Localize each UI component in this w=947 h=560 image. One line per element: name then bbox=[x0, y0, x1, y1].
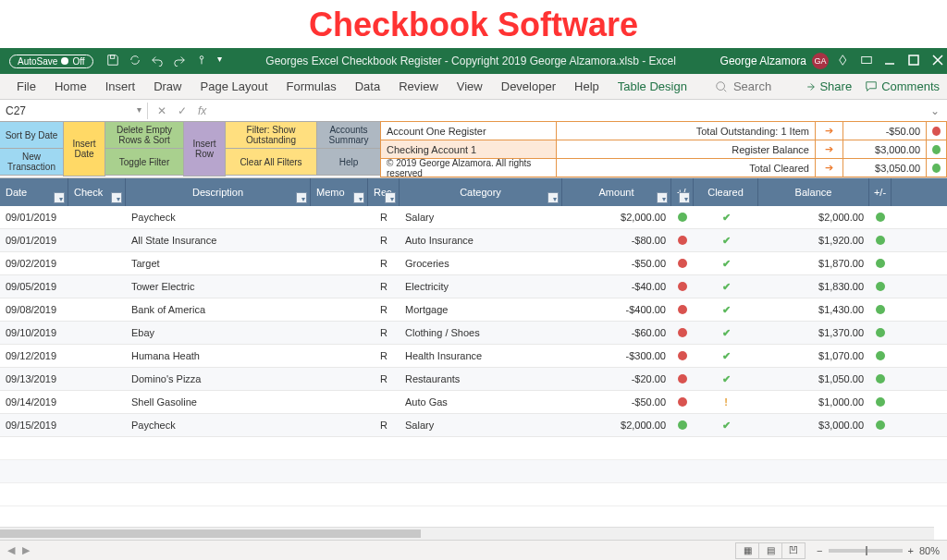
pagebreak-view-icon[interactable]: 凹 bbox=[781, 542, 806, 559]
tab-page-layout[interactable]: Page Layout bbox=[191, 74, 277, 99]
name-box[interactable]: C27 bbox=[0, 103, 148, 119]
cell-check[interactable] bbox=[68, 275, 126, 298]
tab-table-design[interactable]: Table Design bbox=[609, 74, 696, 99]
cell-cat[interactable]: Auto Insurance bbox=[400, 229, 562, 251]
cell-balance[interactable]: $1,830.00 bbox=[758, 275, 869, 298]
cell-balance[interactable]: $3,000.00 bbox=[758, 414, 869, 436]
zoom-out-icon[interactable]: − bbox=[817, 545, 822, 556]
cell-rec[interactable] bbox=[368, 391, 400, 413]
cell-date[interactable]: 09/10/2019 bbox=[0, 322, 68, 344]
delete-empty-rows-button[interactable]: Delete Empty Rows & Sort bbox=[105, 121, 184, 149]
zoom-slider[interactable] bbox=[829, 549, 903, 553]
table-row[interactable]: 09/05/2019Tower ElectricRElectricity-$40… bbox=[0, 275, 947, 298]
cell-dot2[interactable] bbox=[869, 275, 892, 298]
cell-cat[interactable]: Groceries bbox=[400, 252, 562, 274]
cell-desc[interactable]: Ebay bbox=[126, 322, 311, 344]
cell-amount[interactable]: -$300.00 bbox=[562, 345, 671, 367]
cell-dot2[interactable] bbox=[869, 298, 892, 321]
cell-dot[interactable] bbox=[671, 368, 694, 390]
tab-home[interactable]: Home bbox=[45, 74, 96, 99]
insert-row-button[interactable]: Insert Row bbox=[183, 121, 226, 177]
filter-outstanding-button[interactable]: Filter: Show Outstanding bbox=[225, 121, 317, 149]
touch-mode-icon[interactable] bbox=[195, 54, 208, 69]
cell-dot2[interactable] bbox=[869, 229, 892, 251]
sheet-nav-prev-icon[interactable]: ◀ bbox=[7, 544, 15, 556]
cell-dot[interactable] bbox=[671, 206, 694, 228]
cell-amount[interactable]: $2,000.00 bbox=[562, 414, 671, 436]
cell-memo[interactable] bbox=[311, 252, 368, 274]
minimize-icon[interactable] bbox=[884, 55, 895, 68]
cancel-formula-icon[interactable]: ✕ bbox=[157, 104, 166, 117]
cell-check[interactable] bbox=[68, 206, 126, 228]
cell-desc[interactable]: Domino's Pizza bbox=[126, 368, 311, 390]
cell-check[interactable] bbox=[68, 368, 126, 390]
cell-cat[interactable]: Electricity bbox=[400, 275, 562, 298]
cell-cleared[interactable]: ✔ bbox=[694, 368, 758, 390]
clear-filters-button[interactable]: Clear All Filters bbox=[225, 148, 317, 176]
cell-cleared[interactable]: ✔ bbox=[694, 345, 758, 367]
share-button[interactable]: Share bbox=[803, 79, 852, 93]
cell-date[interactable]: 09/12/2019 bbox=[0, 345, 68, 367]
cell-cat[interactable]: Health Insurance bbox=[400, 345, 562, 367]
cell-dot[interactable] bbox=[671, 391, 694, 413]
cell-memo[interactable] bbox=[311, 322, 368, 344]
cell-check[interactable] bbox=[68, 252, 126, 274]
tab-formulas[interactable]: Formulas bbox=[277, 74, 346, 99]
cell-amount[interactable]: -$50.00 bbox=[562, 252, 671, 274]
formula-input[interactable] bbox=[215, 109, 923, 113]
cell-cleared[interactable]: ✔ bbox=[694, 275, 758, 298]
table-row[interactable]: 09/10/2019EbayRClothing / Shoes-$60.00✔$… bbox=[0, 322, 947, 345]
ribbon-mode-icon[interactable] bbox=[838, 54, 851, 69]
autosave-toggle[interactable]: AutoSave Off bbox=[9, 55, 93, 68]
comments-button[interactable]: Comments bbox=[865, 79, 940, 93]
toggle-filter-button[interactable]: Toggle Filter bbox=[105, 148, 184, 176]
cell-amount[interactable]: -$40.00 bbox=[562, 275, 671, 298]
cell-memo[interactable] bbox=[311, 206, 368, 228]
cell-cat[interactable]: Restaurants bbox=[400, 368, 562, 390]
sheet-nav-next-icon[interactable]: ▶ bbox=[22, 544, 30, 556]
autosave-sync-icon[interactable] bbox=[129, 54, 141, 69]
cell-desc[interactable]: Bank of America bbox=[126, 298, 311, 321]
table-row[interactable]: 09/08/2019Bank of AmericaRMortgage-$400.… bbox=[0, 298, 947, 322]
cell-cat[interactable]: Salary bbox=[400, 414, 562, 436]
cell-dot2[interactable] bbox=[869, 252, 892, 274]
cell-check[interactable] bbox=[68, 322, 126, 344]
cell-memo[interactable] bbox=[311, 298, 368, 321]
zoom-in-icon[interactable]: + bbox=[908, 545, 914, 556]
account-name-cell[interactable]: Checking Account 1 bbox=[380, 140, 557, 159]
cell-desc[interactable]: Paycheck bbox=[126, 414, 311, 436]
accounts-summary-button[interactable]: Accounts Summary bbox=[316, 121, 381, 149]
tab-data[interactable]: Data bbox=[346, 74, 389, 99]
cell-rec[interactable]: R bbox=[368, 298, 400, 321]
cell-memo[interactable] bbox=[311, 229, 368, 251]
cell-dot[interactable] bbox=[671, 345, 694, 367]
cell-desc[interactable]: Target bbox=[126, 252, 311, 274]
cell-date[interactable]: 09/02/2019 bbox=[0, 252, 68, 274]
cell-amount[interactable]: -$50.00 bbox=[562, 391, 671, 413]
cell-dot2[interactable] bbox=[869, 206, 892, 228]
cell-date[interactable]: 09/01/2019 bbox=[0, 229, 68, 251]
cell-check[interactable] bbox=[68, 391, 126, 413]
pagelayout-view-icon[interactable]: ▤ bbox=[758, 542, 782, 559]
tab-view[interactable]: View bbox=[448, 74, 492, 99]
cell-cleared[interactable]: ! bbox=[694, 391, 758, 413]
table-row[interactable]: 09/02/2019TargetRGroceries-$50.00✔$1,870… bbox=[0, 252, 947, 275]
cell-memo[interactable] bbox=[311, 345, 368, 367]
cell-dot2[interactable] bbox=[869, 345, 892, 367]
horizontal-scrollbar[interactable] bbox=[0, 527, 934, 540]
cell-cat[interactable]: Clothing / Shoes bbox=[400, 322, 562, 344]
tab-draw[interactable]: Draw bbox=[144, 74, 191, 99]
cell-rec[interactable]: R bbox=[368, 414, 400, 436]
undo-icon[interactable] bbox=[151, 54, 164, 69]
fx-icon[interactable]: fx bbox=[198, 104, 206, 117]
accept-formula-icon[interactable]: ✓ bbox=[178, 104, 187, 117]
cell-date[interactable]: 09/15/2019 bbox=[0, 414, 68, 436]
zoom-control[interactable]: − + 80% bbox=[817, 545, 940, 556]
cell-rec[interactable]: R bbox=[368, 322, 400, 344]
cell-date[interactable]: 09/05/2019 bbox=[0, 275, 68, 298]
new-transaction-button[interactable]: New Transaction bbox=[0, 148, 64, 176]
cell-memo[interactable] bbox=[311, 391, 368, 413]
col-amount[interactable]: Amount bbox=[562, 178, 671, 206]
cell-desc[interactable]: Humana Heath bbox=[126, 345, 311, 367]
blank-rows[interactable] bbox=[0, 437, 947, 506]
